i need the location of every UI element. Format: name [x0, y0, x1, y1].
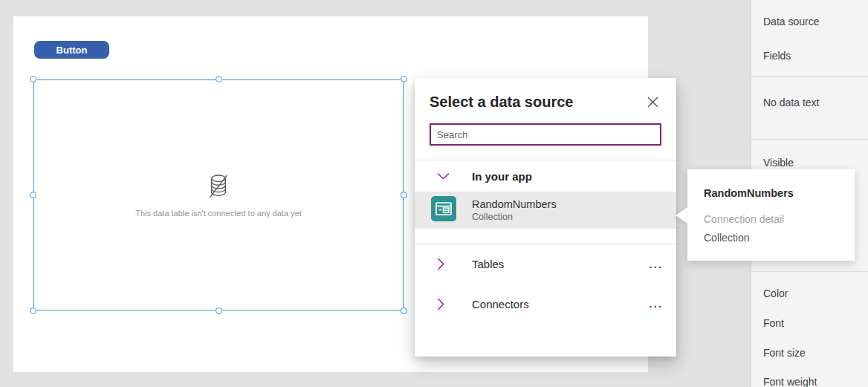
data-source-item-randomnumbers[interactable]: RandomNumbers Collection: [415, 192, 676, 229]
data-source-tooltip: RandomNumbers Connection detail Collecti…: [687, 169, 855, 261]
in-your-app-label: In your app: [472, 170, 532, 183]
in-your-app-section-header[interactable]: In your app: [415, 160, 676, 192]
property-no-data-text[interactable]: No data text: [763, 97, 820, 108]
tables-label: Tables: [472, 258, 504, 270]
data-table-empty-text: This data table isn't connected to any d…: [135, 209, 301, 218]
tables-section-header[interactable]: Tables ...: [415, 244, 676, 284]
resize-handle-bottom-left[interactable]: [30, 308, 36, 314]
divider: [751, 139, 868, 140]
divider: [751, 77, 868, 77]
resize-handle-bottom-middle[interactable]: [216, 308, 222, 314]
divider: [751, 271, 868, 272]
property-color[interactable]: Color: [763, 287, 788, 299]
close-icon[interactable]: [645, 94, 660, 109]
data-table-control[interactable]: This data table isn't connected to any d…: [33, 79, 404, 310]
search-input[interactable]: [430, 123, 661, 146]
property-visible[interactable]: Visible: [763, 157, 794, 169]
more-options-icon[interactable]: ...: [649, 302, 663, 306]
resize-handle-bottom-right[interactable]: [401, 308, 407, 314]
canvas-button-control[interactable]: Button: [34, 41, 109, 59]
chevron-down-icon[interactable]: [437, 172, 450, 180]
chevron-right-icon[interactable]: [437, 298, 450, 310]
property-font-weight[interactable]: Font weight: [763, 376, 817, 387]
resize-handle-top-left[interactable]: [30, 76, 36, 82]
dialog-title: Select a data source: [430, 94, 573, 111]
property-font-size[interactable]: Font size: [763, 347, 806, 359]
app-window: Button: [0, 0, 868, 387]
connectors-section-header[interactable]: Connectors ...: [415, 284, 676, 324]
property-data-source[interactable]: Data source: [763, 16, 819, 27]
tooltip-title: RandomNumbers: [704, 187, 794, 199]
tooltip-arrow: [676, 207, 687, 224]
data-source-name: RandomNumbers: [472, 198, 557, 210]
more-options-icon[interactable]: ...: [649, 262, 663, 267]
tooltip-value: Collection: [704, 232, 749, 244]
data-table-empty-state: This data table isn't connected to any d…: [34, 174, 403, 218]
resize-handle-top-middle[interactable]: [216, 76, 222, 82]
property-fields[interactable]: Fields: [763, 50, 791, 62]
collection-icon: [431, 196, 456, 224]
select-data-source-dialog: Select a data source In your app: [415, 78, 676, 357]
chevron-right-icon[interactable]: [437, 258, 450, 270]
property-font[interactable]: Font: [763, 317, 784, 329]
data-source-type: Collection: [472, 212, 557, 222]
database-disconnected-icon: [207, 174, 230, 202]
resize-handle-top-right[interactable]: [401, 76, 407, 82]
connectors-label: Connectors: [472, 298, 529, 310]
tooltip-subtitle: Connection detail: [704, 213, 784, 225]
